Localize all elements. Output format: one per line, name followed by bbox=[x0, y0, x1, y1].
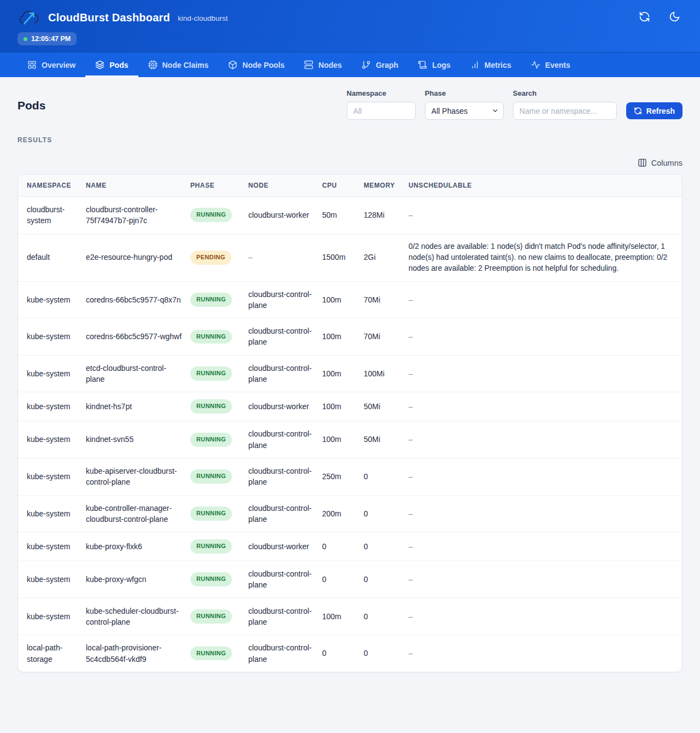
cell-cpu: 100m bbox=[322, 318, 364, 356]
cell-namespace: kube-system bbox=[18, 532, 86, 561]
cell-name: kube-proxy-flxk6 bbox=[86, 532, 190, 561]
tab-graph[interactable]: Graph bbox=[352, 53, 408, 77]
cell-unschedulable: 0/2 nodes are available: 1 node(s) didn'… bbox=[409, 234, 682, 281]
cell-node: cloudburst-control-plane bbox=[248, 495, 322, 532]
phase-badge: RUNNING bbox=[190, 572, 232, 586]
cell-name: cloudburst-controller-75f74947b7-pjn7c bbox=[86, 197, 190, 234]
tab-node-claims[interactable]: Node Claims bbox=[138, 53, 219, 77]
column-header-memory: Memory bbox=[364, 174, 409, 197]
table-header-row: NamespaceNamePhaseNodeCPUMemoryUnschedul… bbox=[18, 174, 682, 197]
activity-icon bbox=[531, 60, 540, 69]
cell-unschedulable: – bbox=[409, 392, 682, 421]
cell-cpu: 100m bbox=[322, 392, 364, 421]
cell-memory: 2Gi bbox=[364, 234, 409, 281]
grid-icon bbox=[27, 60, 37, 69]
main-content: Pods Namespace Phase All Phases Search bbox=[0, 77, 700, 685]
tab-node-pools[interactable]: Node Pools bbox=[218, 53, 294, 77]
table-row: kube-systemkindnet-hs7ptRUNNINGcloudburs… bbox=[18, 392, 682, 421]
phase-badge: RUNNING bbox=[190, 293, 232, 307]
cell-phase: RUNNING bbox=[190, 281, 248, 318]
cell-unschedulable: – bbox=[409, 532, 682, 561]
cell-memory: 100Mi bbox=[364, 355, 409, 392]
bar-chart-icon bbox=[470, 60, 480, 69]
refresh-icon bbox=[634, 107, 642, 115]
page-title: Pods bbox=[18, 99, 45, 112]
tab-label: Logs bbox=[432, 61, 450, 69]
cell-namespace: default bbox=[18, 234, 86, 281]
cell-cpu: 200m bbox=[322, 495, 364, 532]
refresh-icon bbox=[639, 11, 650, 22]
cell-node: cloudburst-control-plane bbox=[248, 635, 322, 672]
cell-memory: 0 bbox=[364, 635, 409, 672]
column-header-cpu: CPU bbox=[322, 174, 364, 197]
cell-node: cloudburst-control-plane bbox=[248, 421, 322, 458]
tab-label: Metrics bbox=[485, 61, 511, 69]
cell-node: cloudburst-worker bbox=[248, 532, 322, 561]
phase-badge: RUNNING bbox=[190, 366, 232, 381]
cell-unschedulable: – bbox=[409, 561, 682, 598]
table-row: kube-systemcoredns-66bc5c9577-q8x7nRUNNI… bbox=[18, 281, 682, 318]
tab-pods[interactable]: Pods bbox=[85, 53, 138, 77]
tab-logs[interactable]: Logs bbox=[408, 53, 460, 77]
search-input[interactable] bbox=[513, 102, 617, 120]
cell-memory: 70Mi bbox=[364, 318, 409, 356]
cell-phase: RUNNING bbox=[190, 355, 248, 392]
results-label: RESULTS bbox=[18, 136, 682, 144]
cell-namespace: kube-system bbox=[18, 421, 86, 458]
cell-name: kube-proxy-wfgcn bbox=[86, 561, 190, 598]
cpu-icon bbox=[148, 60, 158, 69]
app-title: CloudBurst Dashboard bbox=[48, 11, 170, 24]
clock-time: 12:05:47 PM bbox=[31, 35, 71, 43]
refresh-filters-button[interactable]: Refresh bbox=[626, 102, 682, 119]
tab-overview[interactable]: Overview bbox=[18, 53, 85, 77]
phase-badge: RUNNING bbox=[190, 330, 232, 344]
layers-icon bbox=[95, 60, 104, 69]
column-header-unschedulable: Unschedulable bbox=[409, 174, 682, 197]
table-row: kube-systemkube-apiserver-cloudburst-con… bbox=[18, 458, 682, 495]
table-row: kube-systemcoredns-66bc5c9577-wghwfRUNNI… bbox=[18, 318, 682, 356]
columns-button[interactable]: Columns bbox=[638, 158, 682, 167]
cell-name: coredns-66bc5c9577-wghwf bbox=[86, 318, 190, 356]
cell-namespace: kube-system bbox=[18, 392, 86, 421]
theme-toggle-button[interactable] bbox=[667, 9, 682, 26]
cell-cpu: 1500m bbox=[322, 234, 364, 281]
table-row: kube-systemetcd-cloudburst-control-plane… bbox=[18, 355, 682, 392]
cell-cpu: 0 bbox=[322, 635, 364, 672]
cell-memory: 70Mi bbox=[364, 281, 409, 318]
cell-phase: RUNNING bbox=[190, 532, 248, 561]
status-dot bbox=[24, 37, 27, 41]
table-row: local-path-storagelocal-path-provisioner… bbox=[18, 635, 682, 672]
cell-node: cloudburst-worker bbox=[248, 392, 322, 421]
cell-namespace: kube-system bbox=[18, 598, 86, 635]
tab-events[interactable]: Events bbox=[521, 53, 580, 77]
cell-unschedulable: – bbox=[409, 598, 682, 635]
cell-name: kindnet-svn55 bbox=[86, 421, 190, 458]
moon-icon bbox=[669, 11, 680, 22]
table-row: kube-systemkube-scheduler-cloudburst-con… bbox=[18, 598, 682, 635]
refresh-button[interactable] bbox=[637, 9, 652, 26]
cell-name: coredns-66bc5c9577-q8x7n bbox=[86, 281, 190, 318]
phase-badge: PENDING bbox=[190, 251, 231, 265]
tab-label: Node Pools bbox=[242, 61, 284, 69]
cell-cpu: 100m bbox=[322, 281, 364, 318]
cell-node: – bbox=[248, 234, 322, 281]
namespace-input[interactable] bbox=[347, 102, 416, 120]
cell-memory: 0 bbox=[364, 598, 409, 635]
cell-name: kube-apiserver-cloudburst-control-plane bbox=[86, 458, 190, 495]
cell-memory: 0 bbox=[364, 495, 409, 532]
phase-filter-label: Phase bbox=[425, 89, 504, 97]
cell-cpu: 250m bbox=[322, 458, 364, 495]
cell-node: cloudburst-control-plane bbox=[248, 281, 322, 318]
cell-cpu: 0 bbox=[322, 561, 364, 598]
cell-node: cloudburst-control-plane bbox=[248, 458, 322, 495]
search-filter-label: Search bbox=[513, 89, 617, 97]
phase-select[interactable]: All Phases bbox=[425, 102, 504, 120]
git-branch-icon bbox=[361, 60, 371, 69]
cell-cpu: 100m bbox=[322, 355, 364, 392]
tab-nodes[interactable]: Nodes bbox=[294, 53, 352, 77]
tab-label: Nodes bbox=[318, 61, 342, 69]
tab-metrics[interactable]: Metrics bbox=[460, 53, 521, 77]
tab-label: Graph bbox=[376, 61, 398, 69]
namespace-filter-label: Namespace bbox=[347, 89, 416, 97]
table-body: cloudburst-systemcloudburst-controller-7… bbox=[18, 197, 682, 672]
